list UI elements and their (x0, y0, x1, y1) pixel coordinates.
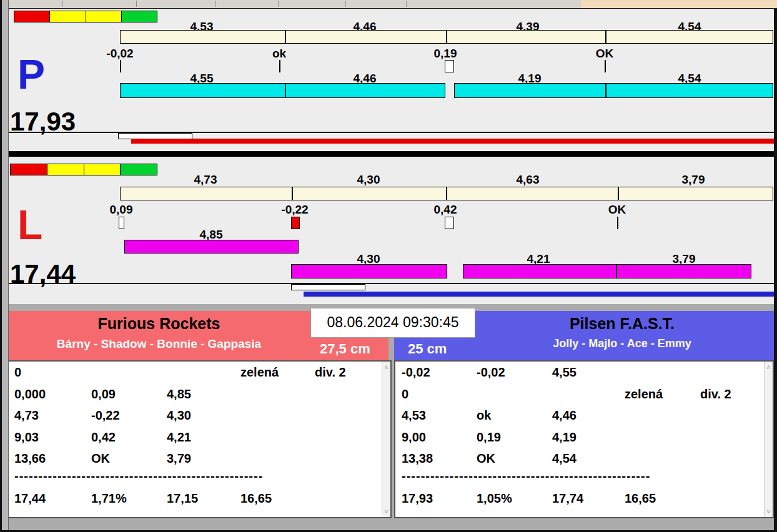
window-left-border (0, 0, 9, 532)
left-table-scrollbar[interactable]: ˄ ˅ (382, 362, 390, 517)
p-mark-tick-1 (120, 60, 121, 72)
separator-dashes: ----------------------------------------… (14, 469, 263, 483)
light-red (11, 164, 47, 175)
l-mark-tick-4 (617, 217, 618, 229)
light-red (14, 11, 50, 22)
scroll-up-icon[interactable]: ˄ (382, 363, 390, 371)
cell: 4,53 (402, 408, 426, 423)
p-mark-2: ok (272, 47, 286, 61)
light-green (122, 11, 157, 22)
lane-p-section: 4,53 4,46 4,39 4,54 -0,02 ok 0,19 OK 4,5… (6, 9, 774, 151)
cell: 3,79 (167, 451, 191, 466)
scroll-down-icon[interactable]: ˅ (382, 508, 390, 515)
l-mark-1: 0,09 (110, 203, 133, 217)
p-mark-tick-4 (605, 60, 606, 72)
total-best: 16,65 (625, 491, 656, 506)
total-pct: 1,71% (91, 491, 127, 506)
cell: div. 2 (315, 365, 346, 380)
segment-divider (292, 187, 293, 200)
traffic-light-strip-p (14, 11, 157, 22)
cell: 0 (402, 387, 408, 401)
segment-divider (446, 30, 447, 44)
l-mark-box-2-fault (291, 217, 300, 229)
cell: OK (477, 451, 495, 466)
team-left-height: 27,5 cm (320, 341, 370, 357)
strip-divider (62, 1, 63, 7)
strip-divider (215, 1, 216, 7)
segment-divider (605, 83, 606, 98)
cell: OK (91, 451, 110, 466)
p-mark-tick-2 (279, 60, 280, 72)
light-green (121, 164, 157, 175)
segment-divider (618, 187, 619, 200)
scroll-up-icon[interactable]: ˄ (765, 363, 773, 371)
total-best: 16,65 (240, 491, 272, 506)
cell: 4,55 (552, 365, 577, 380)
cell: div. 2 (700, 387, 731, 401)
total-pct: 1,05% (477, 491, 512, 506)
cell: 9,00 (402, 430, 426, 445)
team-left-name: Furious Rockets (7, 315, 310, 333)
l-split-top-1: 4,73 (194, 173, 217, 187)
l-mark-3: 0,42 (434, 203, 457, 217)
l-progress-strip (6, 283, 774, 300)
cell: 0,19 (477, 430, 501, 445)
cell: 13,38 (402, 451, 433, 466)
segment-divider (285, 30, 286, 44)
cell: 0,000 (14, 387, 46, 401)
l-mark-2: -0,22 (281, 203, 308, 217)
results-table-right[interactable]: -0,02 -0,02 4,55 0 zelená div. 2 4,53 ok… (394, 360, 774, 518)
light-yellow-2 (84, 164, 121, 175)
l-mark-4: OK (608, 203, 626, 217)
background-window-strip (0, 0, 777, 9)
cell: 4,73 (14, 408, 39, 423)
cell: 4,30 (167, 408, 191, 423)
total-time: 17,44 (14, 491, 46, 506)
cell: 0,42 (91, 430, 116, 445)
total-net: 17,74 (552, 491, 583, 506)
segment-divider (285, 83, 286, 98)
lane-l-letter: L (17, 204, 42, 245)
l-mark-box-1 (119, 217, 124, 229)
l-split-bar-bottom-a (291, 264, 447, 278)
light-yellow-1 (47, 164, 84, 175)
results-table-left[interactable]: 0 zelená div. 2 0,000 0,09 4,85 4,73 -0,… (7, 360, 392, 518)
team-right-height: 25 cm (408, 341, 447, 357)
cell: 4,54 (552, 451, 577, 466)
l-split-top-2: 4,30 (357, 173, 380, 187)
cell: 0,09 (91, 387, 116, 401)
l-split-bar-bottom-b (463, 264, 751, 278)
l-split-top-4: 3,79 (682, 173, 705, 187)
light-yellow-1 (50, 11, 86, 22)
traffic-light-strip-l (10, 164, 157, 175)
l-progress-marker (291, 284, 365, 290)
cell: 0 (14, 365, 21, 380)
cell: ok (477, 408, 491, 423)
lane-p-letter: P (17, 54, 45, 95)
cell: 13,66 (14, 451, 46, 466)
window-right-border (774, 8, 777, 532)
cell: 9,03 (14, 430, 39, 445)
team-right-dogs: Jolly - Majlo - Ace - Emmy (475, 337, 769, 350)
total-net: 17,15 (167, 491, 198, 506)
segment-divider (616, 264, 617, 278)
scroll-down-icon[interactable]: ˅ (765, 508, 773, 515)
p-split-bar-top (120, 30, 773, 44)
cell: 4,46 (552, 408, 577, 423)
p-split-bar-bottom-a (120, 83, 445, 98)
desktop-area (581, 0, 777, 8)
p-mark-1: -0,02 (106, 47, 133, 61)
l-split-bar-top (120, 187, 773, 200)
cell: zelená (625, 387, 663, 401)
timing-app-window: 4,53 4,46 4,39 4,54 -0,02 ok 0,19 OK 4,5… (0, 0, 777, 532)
cell: -0,02 (477, 365, 505, 380)
p-progress-strip (6, 132, 774, 152)
lane-p-total: 17,93 (10, 109, 76, 135)
strip-divider (278, 1, 279, 7)
segment-divider (605, 30, 606, 44)
strip-divider (345, 1, 346, 7)
cell: zelená (240, 365, 279, 380)
datetime-display: 08.06.2024 09:30:45 (310, 308, 475, 338)
right-table-scrollbar[interactable]: ˄ ˅ (764, 362, 773, 517)
cell: 4,19 (552, 430, 577, 445)
